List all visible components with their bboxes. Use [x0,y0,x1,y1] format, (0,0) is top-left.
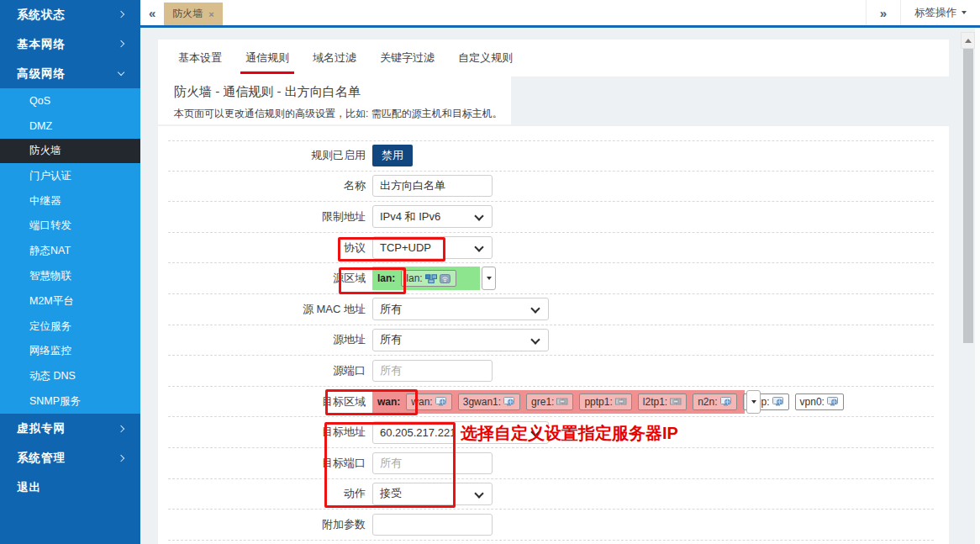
sidebar-item-label: 虚拟专网 [17,421,66,436]
sidebar-item-label: 智慧物联 [29,269,71,283]
close-tab-icon[interactable]: × [208,9,213,19]
open-tab-firewall[interactable]: 防火墙 × [164,3,222,25]
sidebar-item-label: 高级网络 [17,66,66,82]
field-label-dest-port: 目标端口 [168,456,366,471]
zone-tag-label: wan: [411,396,432,408]
protocol-select[interactable]: TCP+UDP [372,236,493,259]
zone-tag-lan[interactable]: lan: [401,270,456,287]
dest-port-input[interactable] [372,452,493,474]
form-row-protocol: 协议TCP+UDP [168,233,934,264]
firewall-admin-page: 系统状态基本网络高级网络QoSDMZ防火墙门户认证中继器端口转发静态NAT智慧物… [0,0,980,544]
sidebar-item-防火墙[interactable]: 防火墙 [0,139,140,164]
field-label-extra-args: 附加参数 [168,517,366,532]
sidebar-item-端口转发[interactable]: 端口转发 [0,214,140,239]
chevron-right-icon [118,11,125,18]
tab-actions-label: 标签操作 [914,6,956,20]
chevron-right-icon [118,425,125,432]
triangle-down-icon [487,277,492,280]
host-icon [827,397,839,406]
action-select[interactable]: 接受 [372,483,493,505]
extra-args-input[interactable] [372,514,493,536]
sidebar-item-label: 系统状态 [17,8,66,23]
sidebar-item-定位服务[interactable]: 定位服务 [0,314,140,339]
field-label-rule-enabled: 规则已启用 [168,148,366,163]
tab-基本设置[interactable]: 基本设置 [178,40,222,77]
zone-tag-wan[interactable]: wan: [406,393,451,410]
zone-tag-label: n2n: [698,396,717,408]
tab-actions-dropdown[interactable]: 标签操作 [901,0,980,25]
sidebar-item-m2m平台[interactable]: M2M平台 [0,288,140,314]
sidebar-item-label: 基本网络 [17,37,66,52]
sidebar-item-智慧物联[interactable]: 智慧物联 [0,264,140,289]
sidebar-item-snmp服务[interactable]: SNMP服务 [0,389,140,415]
chevron-down-icon [530,427,540,436]
page-description: 本页面可以更改通信规则的高级设置，比如: 需匹配的源主机和目标主机。 [174,107,511,121]
arrow-up-icon [965,39,972,43]
selected-value: 所有 [380,302,402,317]
sidebar-item-退出[interactable]: 退出 [0,473,140,502]
restrict-address-select[interactable]: IPv4 和 IPv6 [372,205,493,228]
content-area: 基本设置通信规则域名过滤关键字过滤自定义规则 防火墙 - 通信规则 - 出方向白… [140,28,980,544]
zone-tag-pptp1[interactable]: pptp1: [579,393,631,410]
zone-tag-3gwan1[interactable]: 3gwan1: [458,393,520,410]
tunnel-icon [615,397,627,406]
rule-enabled-button[interactable]: 禁用 [372,145,413,166]
page-header: 防火墙 - 通信规则 - 出方向白名单 本页面可以更改通信规则的高级设置，比如:… [158,77,511,124]
collapse-tabs-right-icon[interactable]: » [866,0,901,25]
name-input[interactable] [372,175,493,197]
zone-tag-label: pptp1: [584,396,612,408]
field-label-source-address: 源地址 [168,332,366,347]
sidebar-item-label: 动态 DNS [29,369,76,383]
chevron-down-icon [474,489,483,498]
zone-tag-label: vpn0: [800,396,825,408]
source-port-input[interactable] [372,360,493,382]
selected-value: 所有 [380,332,402,347]
triangle-down-icon [751,400,756,404]
host-icon [720,397,732,406]
chevron-right-icon [118,40,125,48]
zone-tag-n2n[interactable]: n2n: [693,393,736,410]
sidebar-item-qos[interactable]: QoS [0,88,140,114]
sidebar-item-系统状态[interactable]: 系统状态 [0,0,140,29]
source-address-select[interactable]: 所有 [372,329,549,351]
sidebar-item-label: 门户认证 [29,169,71,183]
form-row-dest-zone: 目标区域wan:wan:3gwan1:gre1:pptp1:l2tp1:n2n:… [168,387,934,418]
sidebar-item-系统管理[interactable]: 系统管理 [0,443,140,473]
topbar-right: » 标签操作 [866,0,980,25]
rule-form-card: 规则已启用禁用名称限制地址IPv4 和 IPv6协议TCP+UDP源区域lan:… [158,126,949,544]
dest-zone-dropdown-button[interactable] [746,390,761,414]
sidebar-item-中继器[interactable]: 中继器 [0,188,140,214]
sidebar-item-网络监控[interactable]: 网络监控 [0,339,140,364]
sidebar-item-动态-dns[interactable]: 动态 DNS [0,364,140,389]
source-zone-dropdown-button[interactable] [482,267,496,290]
sidebar-item-高级网络[interactable]: 高级网络 [0,59,140,88]
sidebar-item-虚拟专网[interactable]: 虚拟专网 [0,414,140,443]
page-title: 防火墙 - 通信规则 - 出方向白名单 [174,84,511,100]
zone-tag-gre1[interactable]: gre1: [526,393,573,410]
scroll-up-button[interactable] [961,32,975,49]
field-label-dest-address: 目标地址 [168,425,366,440]
dest-address-select[interactable]: 60.205.217.221 [372,421,549,444]
zone-tag-vpn0[interactable]: vpn0: [795,393,844,410]
sidebar-item-静态nat[interactable]: 静态NAT [0,239,140,264]
collapse-tabs-left-icon[interactable]: « [140,0,164,25]
form-row-extra-args: 附加参数 [168,510,934,541]
host-icon [503,397,515,406]
zone-tag-l2tp1[interactable]: l2tp1: [638,393,687,410]
sidebar-item-label: 定位服务 [29,320,71,334]
sidebar-item-label: QoS [29,95,50,107]
tab-域名过滤[interactable]: 域名过滤 [313,40,356,77]
tab-自定义规则[interactable]: 自定义规则 [458,40,513,77]
sidebar-item-基本网络[interactable]: 基本网络 [0,29,140,59]
zone-name-label: lan: [377,272,395,284]
sidebar-item-dmz[interactable]: DMZ [0,114,140,139]
sidebar-item-门户认证[interactable]: 门户认证 [0,163,140,188]
tab-通信规则[interactable]: 通信规则 [245,40,289,77]
sidebar-item-label: 静态NAT [29,244,71,258]
field-label-source-port: 源端口 [168,363,366,378]
source-mac-select[interactable]: 所有 [372,298,549,320]
tab-关键字过滤[interactable]: 关键字过滤 [380,40,435,77]
form-row-source-mac: 源 MAC 地址所有 [168,294,934,325]
chevron-right-icon [118,454,125,462]
scrollbar-thumb[interactable] [963,49,973,343]
